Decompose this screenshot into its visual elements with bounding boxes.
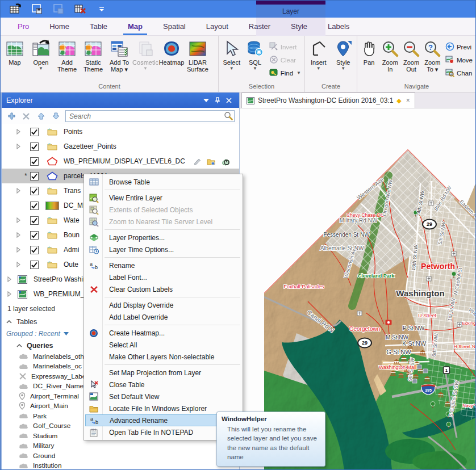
menu-item-layer-time-options[interactable]: Layer Time Options... — [85, 244, 241, 255]
layer-visibility-checkbox[interactable] — [30, 157, 39, 166]
zoom-in-button[interactable]: Zoom In — [379, 37, 400, 82]
search-input[interactable] — [65, 110, 235, 122]
close-tab-icon[interactable]: × — [405, 96, 410, 104]
select-button[interactable]: Select▼ — [220, 37, 243, 82]
move-down-icon[interactable] — [51, 111, 61, 121]
tab-pro[interactable]: Pro — [7, 18, 39, 35]
menu-item-add-label-override[interactable]: Add Label Override — [85, 311, 241, 323]
layer-row-gazetteer-points[interactable]: Gazetteer_Points — [2, 139, 239, 154]
menu-item-label: Layer Time Options... — [102, 246, 174, 254]
find-button[interactable]: Find▼ — [267, 66, 303, 79]
menu-item-layer-properties[interactable]: Layer Properties... — [85, 232, 241, 244]
tab-labels[interactable]: Labels — [318, 18, 360, 35]
menu-item-create-heatmap[interactable]: Create Heatmap... — [85, 327, 241, 339]
close-icon[interactable] — [223, 95, 235, 106]
menu-item-add-display-override[interactable]: Add Display Override — [85, 299, 241, 311]
map-button[interactable]: Map — [2, 37, 28, 82]
move-button[interactable]: Move — [443, 53, 475, 66]
layer-row-points[interactable]: Points — [2, 124, 239, 139]
layer-visibility-checkbox[interactable] — [30, 216, 39, 225]
expander-icon[interactable] — [5, 276, 13, 282]
expander-icon[interactable] — [5, 291, 13, 297]
pin-icon — [19, 392, 26, 400]
save-window-icon[interactable] — [30, 2, 44, 16]
heatmap-button[interactable]: Heatmap — [158, 37, 185, 82]
layer-visibility-checkbox[interactable] — [30, 142, 39, 151]
menu-item-clear-custom-labels[interactable]: Clear Custom Labels — [85, 283, 241, 295]
query-item-military[interactable]: Military — [2, 441, 239, 451]
expander-icon[interactable] — [14, 247, 22, 253]
tab-home[interactable]: Home — [39, 18, 80, 35]
zoomto-icon: ? — [423, 40, 441, 58]
layer-hotlink-icon[interactable] — [222, 157, 230, 166]
pin-icon[interactable] — [212, 95, 223, 106]
query-label: Institution — [33, 461, 62, 469]
menu-item-close-table[interactable]: Close Table — [85, 379, 241, 391]
menu-item-set-default-view[interactable]: Set Default View — [85, 391, 241, 402]
save-workspace-disabled-icon[interactable] — [52, 2, 65, 16]
tab-table[interactable]: Table — [80, 18, 118, 35]
previ-button[interactable]: Previ — [443, 40, 475, 53]
pan-button[interactable]: Pan — [358, 37, 379, 82]
edit-layer-icon[interactable] — [193, 157, 202, 166]
expander-icon[interactable] — [14, 217, 22, 223]
menu-item-label: Add Label Override — [102, 313, 168, 321]
chan-button[interactable]: Chan — [443, 66, 475, 79]
qat-chevron-icon[interactable] — [95, 2, 108, 16]
svg-text:?: ? — [428, 43, 433, 52]
zoom-out-button[interactable]: Zoom Out — [400, 37, 421, 82]
tab-spatial[interactable]: Spatial — [153, 18, 196, 35]
open-button[interactable]: Open▼ — [28, 37, 54, 82]
m-table-icon — [85, 178, 102, 186]
close-table-icon[interactable] — [73, 2, 87, 16]
layer-label: Oute — [64, 261, 78, 268]
menu-item-set-map-projection-from-layer[interactable]: Set Map Projection from Layer — [85, 367, 241, 379]
style-button[interactable]: Style▼ — [331, 37, 356, 82]
document-tab[interactable]: StreetPro Washington-DC Edition 2016_03:… — [241, 93, 415, 108]
remove-icon[interactable] — [21, 111, 31, 121]
menu-separator — [105, 190, 240, 190]
tab-raster[interactable]: Raster — [239, 18, 281, 35]
query-item-ground[interactable]: Ground — [2, 451, 239, 461]
layer-visibility-checkbox[interactable] — [30, 202, 39, 210]
menu-item-browse-table[interactable]: Browse Table — [85, 176, 241, 188]
layer-visibility-checkbox[interactable] — [30, 246, 39, 254]
layer-row-wb-premium-display-level6-dc[interactable]: WB_PREMIUM_DISPLAY_LEVEL6_DC — [2, 154, 239, 169]
layer-visibility-checkbox[interactable] — [30, 261, 39, 269]
layer-visibility-checkbox[interactable] — [30, 172, 39, 181]
layer-visibility-checkbox[interactable] — [30, 128, 39, 136]
menu-item-rename[interactable]: abRename — [85, 259, 241, 271]
chevron-down-icon[interactable] — [201, 95, 212, 106]
dropdown-arrow-icon: ▼ — [297, 70, 301, 75]
menu-item-label-font[interactable]: Label Font... — [85, 271, 241, 283]
save-table-icon[interactable] — [9, 2, 22, 16]
expander-icon[interactable] — [14, 232, 22, 238]
insert-button[interactable]: Insert▼ — [306, 37, 331, 82]
menu-item-make-other-layers-non-selectable[interactable]: Make Other Layers Non-selectable — [85, 351, 241, 363]
tab-style[interactable]: Style — [281, 18, 318, 35]
menu-item-view-entire-layer[interactable]: View Entire Layer — [85, 192, 241, 204]
map-label-fessenden-st-nw: Fessenden St NW — [323, 232, 370, 238]
expander-icon[interactable] — [14, 188, 22, 194]
map-label-georgetown: Georgetown — [349, 326, 380, 332]
add-icon[interactable] — [6, 111, 16, 121]
query-item-institution[interactable]: Institution — [2, 461, 239, 470]
tab-layout[interactable]: Layout — [196, 18, 239, 35]
mapdoc-icon — [15, 289, 29, 299]
layer-visibility-checkbox[interactable] — [30, 187, 39, 195]
lidar-surface-button[interactable]: LiDAR Surface — [185, 37, 211, 82]
dropdown-arrow-icon: ▼ — [229, 66, 234, 71]
add-theme-button[interactable]: Add Theme — [54, 37, 80, 82]
add-to-map-button[interactable]: Add To Map ▾ — [106, 37, 132, 82]
menu-item-select-all[interactable]: Select All — [85, 339, 241, 351]
layer-visibility-checkbox[interactable] — [30, 231, 39, 240]
sql-button[interactable]: SQL▼ — [243, 37, 266, 82]
expander-icon[interactable] — [14, 144, 22, 149]
expander-icon[interactable] — [14, 129, 22, 135]
move-up-icon[interactable] — [36, 111, 46, 121]
expander-icon[interactable] — [14, 262, 22, 267]
zoom-to-button[interactable]: ?Zoom To ▾ — [422, 37, 443, 82]
static-theme-button[interactable]: Static Theme — [80, 37, 106, 82]
tab-map[interactable]: Map — [118, 18, 153, 35]
layer-override-icon[interactable] — [207, 157, 216, 166]
